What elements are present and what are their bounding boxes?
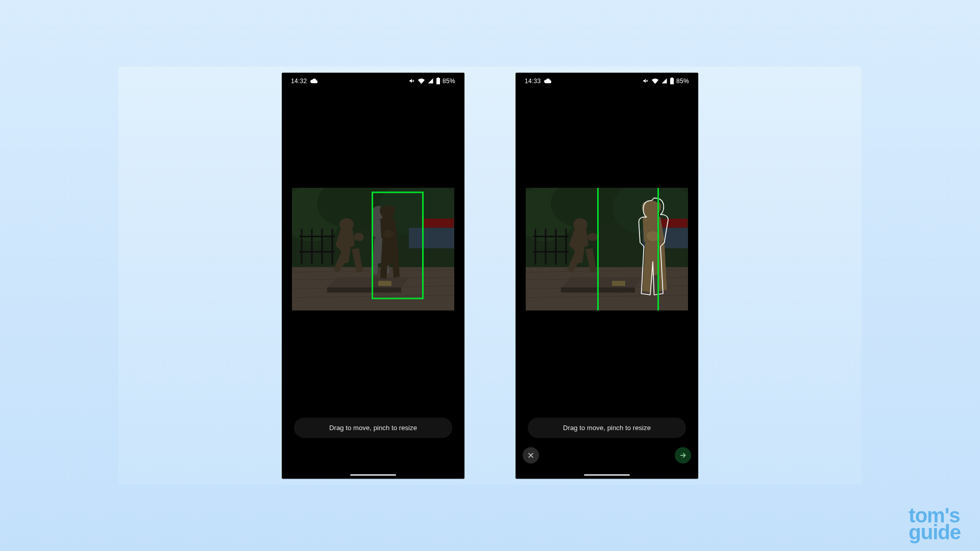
cloud-icon [544,78,551,83]
selection-box[interactable] [597,188,659,310]
battery-icon [670,77,674,84]
site-watermark: tom's guide [909,507,961,541]
svg-rect-0 [437,79,439,84]
instruction-text: Drag to move, pinch to resize [563,424,651,432]
confirm-button[interactable] [675,447,691,463]
instruction-text: Drag to move, pinch to resize [329,424,417,432]
signal-icon [427,78,434,84]
phone-screenshot-left: 14:32 85% [282,72,464,479]
status-bar: 14:33 85% [516,72,698,89]
mute-icon [642,78,649,84]
article-stage: 14:32 85% [118,67,862,485]
close-icon [527,452,534,459]
svg-rect-10 [423,218,454,228]
instruction-pill: Drag to move, pinch to resize [294,417,452,438]
arrow-right-icon [679,452,687,459]
selection-box[interactable] [372,191,424,299]
cloud-icon [310,78,317,83]
watermark-line2: guide [909,521,961,543]
wifi-icon [651,78,659,84]
cancel-button[interactable] [523,447,539,463]
status-bar: 14:32 85% [282,72,464,89]
phone-screenshot-right: 14:33 85% [516,72,698,479]
battery-icon [436,77,440,84]
svg-point-22 [354,233,364,241]
wifi-icon [418,78,425,84]
svg-rect-29 [671,79,673,84]
status-time: 14:32 [291,77,307,84]
battery-percentage: 85% [443,77,455,84]
instruction-pill: Drag to move, pinch to resize [528,417,686,438]
photo-canvas[interactable] [526,188,688,310]
status-time: 14:33 [525,77,541,84]
photo-canvas[interactable] [292,188,454,310]
mute-icon [408,78,415,84]
battery-percentage: 85% [676,77,689,84]
signal-icon [661,78,668,84]
home-indicator[interactable] [584,474,630,475]
home-indicator[interactable] [350,474,396,475]
